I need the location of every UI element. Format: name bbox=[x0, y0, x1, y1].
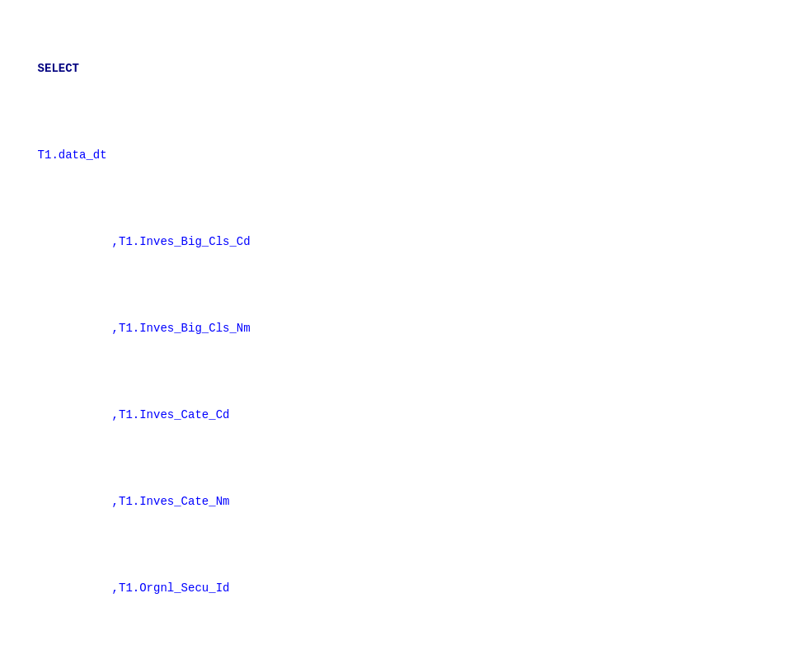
field-line-6: ,T1.Orgnl_Secu_Id bbox=[10, 563, 802, 614]
select-line: SELECT bbox=[10, 43, 802, 95]
field-orgnl-secu-id: ,T1.Orgnl_Secu_Id bbox=[112, 581, 230, 595]
field-inves-big-cls-cd: ,T1.Inves_Big_Cls_Cd bbox=[112, 235, 251, 248]
field-line-5: ,T1.Inves_Cate_Nm bbox=[10, 476, 802, 528]
select-keyword: SELECT bbox=[38, 62, 79, 75]
field-line-3: ,T1.Inves_Big_Cls_Nm bbox=[10, 303, 802, 355]
field-inves-cate-nm: ,T1.Inves_Cate_Nm bbox=[112, 495, 230, 508]
field-inves-cate-cd: ,T1.Inves_Cate_Cd bbox=[112, 408, 230, 421]
sql-editor: SELECT T1.data_dt ,T1.Inves_Big_Cls_Cd ,… bbox=[10, 8, 802, 659]
field-line-1: T1.data_dt bbox=[10, 129, 802, 181]
field-line-2: ,T1.Inves_Big_Cls_Cd bbox=[10, 216, 802, 268]
field-line-7: ,T1.Secu_Nm bbox=[10, 649, 802, 659]
field-inves-big-cls-nm: ,T1.Inves_Big_Cls_Nm bbox=[112, 322, 251, 335]
field-t1-data-dt: T1.data_dt bbox=[38, 148, 107, 162]
field-line-4: ,T1.Inves_Cate_Cd bbox=[10, 389, 802, 441]
